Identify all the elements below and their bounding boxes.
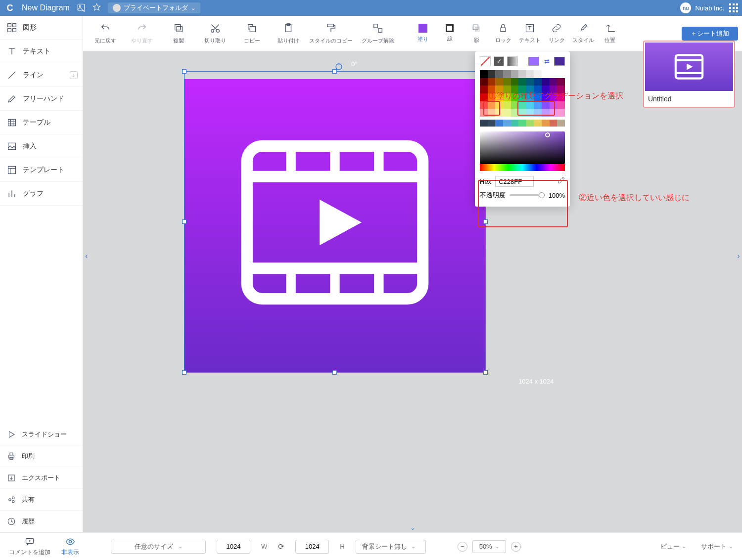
canvas-size-select[interactable]: 任意のサイズ ⌄ (111, 540, 206, 554)
height-input[interactable] (295, 540, 329, 554)
sidebar-item-history[interactable]: 履歴 (0, 511, 83, 532)
collapse-chevron-icon[interactable]: ⌄ (410, 524, 416, 531)
export-image-icon[interactable] (77, 3, 86, 13)
sidebar-item-template[interactable]: テンプレート (0, 158, 83, 182)
fill-type-gray-gradient[interactable] (507, 56, 518, 66)
color-swatch[interactable] (503, 78, 511, 86)
sidebar-item-print[interactable]: 印刷 (0, 445, 83, 467)
support-menu[interactable]: サポート⌄ (701, 542, 733, 551)
style-button[interactable]: スタイル (572, 23, 595, 44)
color-swatch[interactable] (480, 93, 488, 101)
color-swatch[interactable] (518, 70, 526, 78)
apps-grid-icon[interactable] (729, 3, 738, 12)
color-swatch[interactable] (542, 70, 550, 78)
color-swatch[interactable] (557, 109, 565, 117)
sidebar-item-share[interactable]: 共有 (0, 489, 83, 511)
theme-swatch[interactable] (518, 120, 526, 127)
sidebar-item-chart[interactable]: グラフ (0, 182, 83, 206)
stroke-button[interactable]: 線 (438, 24, 461, 43)
color-swatch[interactable] (534, 70, 542, 78)
color-swatch[interactable] (488, 78, 496, 86)
sidebar-item-insert[interactable]: 挿入 (0, 134, 83, 158)
theme-swatch[interactable] (557, 120, 565, 127)
fill-button[interactable]: 塗り (412, 24, 434, 43)
color-swatch[interactable] (557, 101, 565, 109)
style-copy-button[interactable]: スタイルのコピー (309, 22, 353, 44)
fill-type-none[interactable] (480, 56, 491, 66)
color-picker-indicator[interactable] (545, 132, 550, 137)
color-swatch[interactable] (480, 86, 488, 93)
prev-sheet-arrow[interactable]: ‹ (83, 249, 91, 263)
add-sheet-button[interactable]: ＋シート追加 (682, 27, 738, 41)
background-select[interactable]: 背景シート無し ⌄ (356, 540, 426, 554)
favorite-star-icon[interactable] (93, 3, 101, 13)
fill-type-solid[interactable] (494, 56, 505, 66)
theme-swatch[interactable] (550, 120, 557, 127)
cut-button[interactable]: 切り取り (199, 22, 232, 44)
theme-swatch[interactable] (495, 120, 503, 127)
chevron-right-icon[interactable]: › (70, 71, 78, 79)
text-tool-button[interactable]: テキスト (518, 23, 541, 44)
color-swatch[interactable] (518, 78, 526, 86)
color-swatch[interactable] (526, 70, 534, 78)
copy-button[interactable]: コピー (235, 22, 268, 44)
color-swatch[interactable] (557, 70, 565, 78)
sidebar-item-text[interactable]: テキスト (0, 40, 83, 63)
width-input[interactable] (217, 540, 250, 554)
lock-button[interactable]: ロック (492, 23, 514, 44)
resize-handle-s[interactable] (332, 370, 337, 375)
hide-comments-button[interactable]: 非表示 (61, 537, 79, 557)
add-comment-button[interactable]: コメントを追加 (9, 537, 50, 557)
zoom-select[interactable]: 50% ⌄ (472, 540, 506, 553)
sidebar-item-slideshow[interactable]: スライドショー (0, 424, 83, 445)
color-swatch[interactable] (503, 101, 511, 109)
color-swatch[interactable] (511, 70, 519, 78)
diagram-title[interactable]: New Diagram (22, 3, 70, 12)
color-swatch[interactable] (495, 78, 503, 86)
folder-selector[interactable]: プライベートフォルダ ⌄ (108, 2, 200, 13)
shadow-button[interactable]: 影 (465, 23, 488, 44)
color-swatch[interactable] (542, 78, 550, 86)
theme-swatch[interactable] (488, 120, 496, 127)
view-menu[interactable]: ビュー⌄ (660, 542, 686, 551)
zoom-in-button[interactable]: + (511, 542, 521, 552)
redo-button[interactable]: やり直す (126, 22, 158, 44)
color-picker-area[interactable] (480, 131, 565, 164)
theme-swatch[interactable] (542, 120, 550, 127)
ungroup-button[interactable]: グループ解除 (357, 22, 399, 44)
gradient-swap-icon[interactable]: ⇄ (542, 57, 552, 66)
color-swatch[interactable] (503, 70, 511, 78)
canvas[interactable]: 0° (83, 51, 742, 532)
color-swatch[interactable] (495, 70, 503, 78)
color-swatch[interactable] (534, 78, 542, 86)
sheet-thumbnail[interactable]: Untitled (643, 41, 735, 108)
duplicate-button[interactable]: 複製 (162, 22, 195, 44)
sidebar-item-export[interactable]: エクスポート (0, 467, 83, 489)
paste-button[interactable]: 貼り付け (272, 22, 305, 44)
link-button[interactable]: リンク (545, 23, 568, 44)
resize-handle-w[interactable] (182, 219, 186, 224)
sidebar-item-freehand[interactable]: フリーハンド (0, 87, 83, 111)
color-swatch[interactable] (550, 70, 557, 78)
app-logo[interactable]: C (4, 2, 16, 14)
swap-dimensions-icon[interactable]: ⟳ (278, 542, 284, 551)
sidebar-item-shapes[interactable]: 図形 (0, 16, 83, 40)
gradient-start-swatch[interactable] (528, 57, 539, 66)
theme-swatch[interactable] (526, 120, 534, 127)
hue-slider[interactable] (480, 164, 565, 171)
theme-swatch[interactable] (503, 120, 511, 127)
theme-swatch[interactable] (480, 120, 488, 127)
theme-swatch[interactable] (511, 120, 519, 127)
resize-handle-sw[interactable] (182, 370, 186, 375)
color-swatch[interactable] (488, 70, 496, 78)
org-link[interactable]: nu Nulab Inc. (680, 2, 724, 13)
theme-swatch[interactable] (534, 120, 542, 127)
next-sheet-arrow[interactable]: › (734, 249, 742, 263)
color-swatch[interactable] (511, 78, 519, 86)
sidebar-item-line[interactable]: ライン › (0, 63, 83, 87)
sidebar-item-table[interactable]: テーブル (0, 111, 83, 134)
color-swatch[interactable] (557, 78, 565, 86)
zoom-out-button[interactable]: − (458, 542, 467, 552)
resize-handle-nw[interactable] (182, 69, 186, 74)
undo-button[interactable]: 元に戻す (89, 22, 122, 44)
